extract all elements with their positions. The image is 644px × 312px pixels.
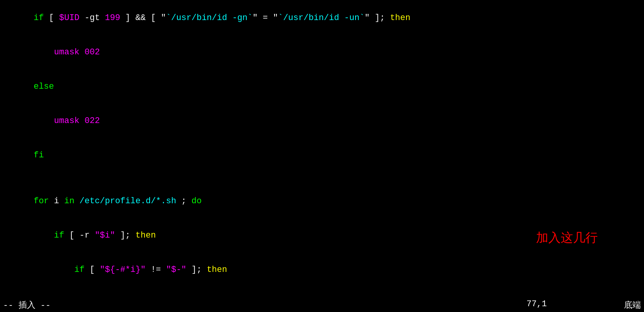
status-position: 77,1 — [526, 299, 547, 311]
code-line-10: . "$i" — [3, 287, 641, 299]
status-location: 底端 — [624, 299, 641, 311]
editor-container: if [ $UID -gt 199 ] && [ "`/usr/bin/id -… — [0, 0, 644, 312]
annotation: 加入这几行 — [536, 229, 598, 246]
code-line-9: if [ "${-#*i}" != "$-" ]; then — [3, 253, 641, 287]
status-mode: -- 插入 -- — [3, 299, 51, 311]
code-line-3: else — [3, 69, 641, 104]
code-line-5: fi — [3, 138, 641, 172]
code-line-4: umask 022 — [3, 104, 641, 138]
code-line-6 — [3, 172, 641, 184]
code-line-1: if [ $UID -gt 199 ] && [ "`/usr/bin/id -… — [3, 1, 641, 35]
code-line-7: for i in /etc/profile.d/*.sh ; do — [3, 184, 641, 218]
status-bar: -- 插入 -- 77,1 底端 — [0, 298, 644, 312]
status-right: 77,1 底端 — [526, 299, 641, 311]
code-line-2: umask 002 — [3, 35, 641, 69]
code-area[interactable]: if [ $UID -gt 199 ] && [ "`/usr/bin/id -… — [0, 0, 644, 298]
